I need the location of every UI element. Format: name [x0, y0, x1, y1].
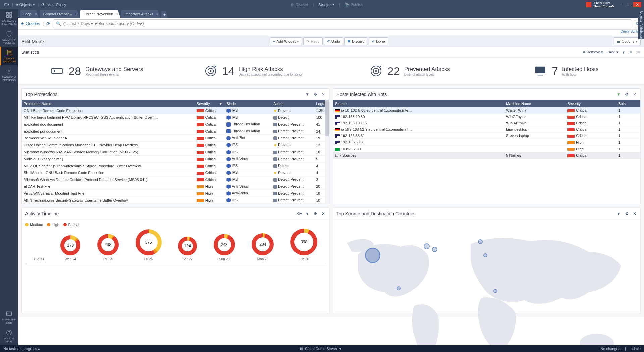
donut-day: 375Fri 26	[136, 229, 162, 261]
objects-menu[interactable]: ◈ Objects ▾	[14, 2, 36, 7]
svg-point-8	[8, 70, 10, 72]
close-icon[interactable]: ✕	[321, 92, 326, 97]
table-row[interactable]: Cisco Unified Communications Manager CTL…	[22, 141, 329, 149]
close-icon[interactable]: ×	[76, 12, 78, 16]
svg-rect-3	[10, 15, 12, 17]
nav-manage[interactable]: MANAGE & SETTINGS	[0, 65, 18, 84]
table-row[interactable]: Exploited pdf documentCriticalThreat Emu…	[22, 128, 329, 135]
nav-logs[interactable]: LOGS & MONITOR	[0, 47, 18, 65]
close-icon[interactable]: ×	[117, 12, 119, 16]
gear-icon[interactable]: ⚙	[313, 92, 318, 97]
remove-btn[interactable]: ✕ Remove ▾	[582, 50, 603, 54]
brand-logo	[586, 2, 591, 7]
tab-attacks[interactable]: Important Attacks×	[121, 10, 160, 18]
table-row[interactable]: 192.168.55.81Steven-laptopCritical1	[333, 133, 640, 139]
svg-text:?: ?	[8, 331, 10, 334]
discard-btn[interactable]: ✖Discard	[344, 37, 367, 45]
search-input[interactable]	[95, 21, 628, 26]
table-row[interactable]: Backdoor.Win32.Taidoor.ACriticalAnti-Bot…	[22, 135, 329, 142]
table-row[interactable]: 192.168.5.18High1	[333, 139, 640, 145]
undo-btn[interactable]: ↶Undo	[324, 37, 343, 45]
table-row[interactable]: Virus.WIN32.Eicar-Modified-Test-FileHigh…	[22, 190, 329, 197]
maximize-button[interactable]: ❐	[625, 2, 633, 7]
table-row[interactable]: MIT Kerberos kadmind RPC Library RPCSEC_…	[22, 114, 329, 121]
query-syntax-link[interactable]: Query Syntax	[620, 30, 641, 36]
add-widget-btn[interactable]: +Add Widget▾	[270, 37, 302, 45]
table-row[interactable]: 192.168.20.30Win7-TaylorCritical1	[333, 114, 640, 120]
table-row[interactable]: Alt-N Technologies SecurityGateway Usern…	[22, 197, 329, 204]
install-policy[interactable]: ◔ Install Policy	[40, 2, 67, 7]
nav-whats-new[interactable]: ? WHAT'S NEW	[0, 327, 18, 345]
options-btn[interactable]: ☰Options▾	[614, 37, 641, 45]
minimize-button[interactable]: –	[617, 2, 625, 7]
filter-icon[interactable]: ▼	[305, 211, 310, 216]
nav-command-line[interactable]: COMMAND LINE	[0, 308, 18, 327]
tasks-status[interactable]: No tasks in progress ▴	[3, 347, 40, 351]
redo-btn[interactable]: ↷Redo	[303, 37, 322, 45]
table-row[interactable]: 192.168.10.115Win8-BrownCritical1	[333, 120, 640, 126]
gear-icon[interactable]: ⚙	[624, 211, 629, 216]
hosts-panel: Hosts Infected with Bots ▼ ⚙ ✕ Source Ma…	[333, 88, 641, 204]
table-row[interactable]: ip-10-132-5-65.eu-central-1.compute.inte…	[333, 107, 640, 114]
table-row[interactable]: Exploited doc documentCriticalThreat Emu…	[22, 121, 329, 128]
titlebar: ▢▾ | ◈ Objects ▾ | ◔ Install Policy 🗑 Di…	[0, 0, 644, 9]
clock-icon: ◷	[63, 21, 66, 26]
table-row[interactable]: ShellShock - GNU Bash Remote Code Execut…	[22, 169, 329, 176]
stat-item: 28 Gateways and ServersReported these ev…	[18, 64, 175, 78]
close-icon[interactable]: ✕	[632, 92, 637, 97]
scrollbar[interactable]	[325, 100, 329, 204]
filter-icon[interactable]: ▼	[305, 92, 310, 97]
user-label[interactable]: admin	[631, 347, 641, 351]
svg-rect-10	[7, 312, 12, 316]
statistics-row: 28 Gateways and ServersReported these ev…	[18, 58, 644, 85]
changes-status: No changes	[600, 347, 620, 351]
world-map[interactable]	[333, 219, 640, 313]
search-box[interactable]: 🔍 ◷ Last 7 Days ▾	[53, 19, 631, 28]
nav-gateways[interactable]: GATEWAYS & SERVERS	[0, 9, 18, 28]
table-row[interactable]: Microsoft Windows Remote Desktop Protoco…	[22, 176, 329, 183]
close-icon[interactable]: ✕	[632, 211, 637, 216]
close-icon[interactable]: ×	[156, 12, 158, 16]
tab-general[interactable]: General Overview×	[40, 10, 80, 18]
svg-point-24	[580, 334, 614, 345]
add-btn[interactable]: + Add ▾	[606, 50, 619, 54]
period-select[interactable]: Last 7 Days ▾	[68, 21, 93, 26]
filter-icon[interactable]: ▼	[616, 92, 621, 97]
close-icon[interactable]: ✕	[321, 211, 326, 216]
stat-item: 14 High Risk AttacksDistinct attacks not…	[175, 64, 331, 78]
close-button[interactable]: ✕	[633, 2, 641, 7]
table-row[interactable]: 10.82.92.30High1	[333, 145, 640, 152]
map-panel: Top Source and Destination Countries ▼ ⚙…	[333, 208, 641, 313]
terminal-icon	[6, 310, 12, 317]
nav-security[interactable]: SECURITY POLICIES	[0, 28, 18, 47]
tab-threat[interactable]: Threat Prevention×	[80, 10, 120, 18]
table-row[interactable]: ip-192-168-52-9.eu-central-1.compute.int…	[333, 126, 640, 133]
chart-legend: Medium High Critical	[25, 223, 326, 227]
status-bar: No tasks in progress ▴ 🖥Cloud Demo Serve…	[0, 345, 644, 352]
close-icon[interactable]: ×	[35, 12, 37, 16]
table-row[interactable]: GNU Bash Remote Code ExecutionCriticalIP…	[22, 107, 329, 114]
filter-icon[interactable]: ▼	[621, 50, 626, 55]
gear-icon[interactable]: ⚙	[313, 211, 318, 216]
tab-logs[interactable]: Logs×	[20, 10, 39, 18]
table-row[interactable]: Microsoft Windows RASMAN Service Memory …	[22, 149, 329, 156]
discard-btn[interactable]: 🗑 Discard	[289, 2, 309, 7]
publish-btn[interactable]: 📡 Publish	[343, 2, 364, 7]
table-row[interactable]: MS-SQL Server Sp_replwritetovarbin Store…	[22, 162, 329, 169]
session-menu[interactable]: Session ▾	[317, 2, 336, 7]
filter-icon[interactable]: ▼	[616, 211, 621, 216]
gear-icon[interactable]: ⚙	[629, 50, 633, 55]
queries-btn[interactable]: ★ Queries	[21, 21, 40, 26]
tab-add[interactable]: +	[161, 11, 168, 18]
app-menu[interactable]: ▢▾	[3, 2, 11, 7]
done-btn[interactable]: ✔Done	[369, 37, 388, 45]
close-icon[interactable]: ✕	[636, 50, 641, 55]
table-row[interactable]: Malicious Binary.balmbijCriticalAnti-Vir…	[22, 156, 329, 163]
refresh-icon[interactable]: ⟳	[46, 21, 50, 26]
table-row[interactable]: EICAR-Test-FileHighAnti-VirusDetect, Pre…	[22, 183, 329, 190]
refresh-icon[interactable]: ⟲▾	[297, 211, 302, 216]
server-icon: 🖥	[299, 347, 303, 351]
gear-icon[interactable]: ⚙	[624, 92, 629, 97]
right-edge-tabs[interactable]: ObjectsValidations	[638, 9, 644, 39]
protections-table: Protection Name Severity ▼ Blade Action …	[22, 100, 329, 204]
